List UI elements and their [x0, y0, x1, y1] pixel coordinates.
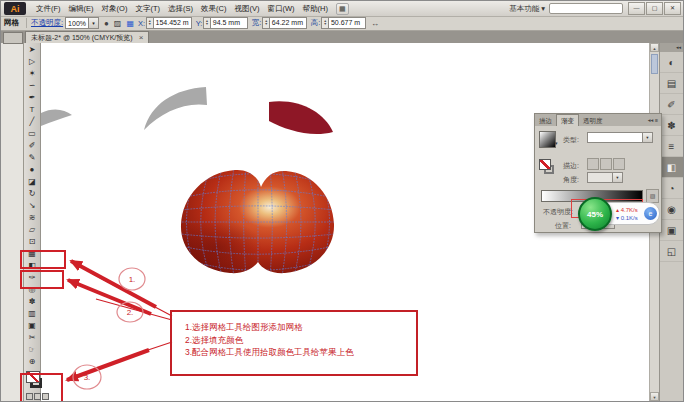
tool-slice[interactable]: ✂: [24, 331, 40, 343]
dock-item-symbols[interactable]: ✽: [660, 115, 683, 136]
menu-窗口[interactable]: 窗口(W): [263, 1, 298, 16]
tool-scale[interactable]: ↘: [24, 199, 40, 211]
tool-magic-wand[interactable]: ✶: [24, 67, 40, 79]
dock-item-stroke[interactable]: ≡: [660, 136, 683, 157]
tool-zoom[interactable]: ⊕: [24, 355, 40, 367]
recolor-artwork-icon[interactable]: ●: [104, 19, 109, 28]
dock-item-color[interactable]: ◐: [660, 52, 683, 73]
tool-shape-builder[interactable]: ⊡: [24, 235, 40, 247]
spinner-icon[interactable]: ▲▼: [146, 17, 153, 29]
chevron-down-icon[interactable]: ▾: [555, 140, 558, 146]
opacity-link[interactable]: 不透明度:: [31, 18, 63, 28]
stroke-within-button[interactable]: [587, 158, 599, 170]
panel-menu-icon[interactable]: ◂◂ ≡: [645, 115, 661, 126]
scroll-down-icon[interactable]: ▼: [650, 392, 659, 401]
gradient-type-select[interactable]: ▾: [587, 132, 653, 143]
tool-paintbrush[interactable]: ✐: [24, 139, 40, 151]
reverse-gradient-icon[interactable]: ▨: [646, 189, 659, 203]
angle-field[interactable]: ▾: [587, 172, 623, 183]
chevron-down-icon[interactable]: ▾: [612, 173, 622, 182]
tool-column-graph[interactable]: ▥: [24, 307, 40, 319]
dock-item-transparency[interactable]: ◔: [660, 178, 683, 199]
speed-ball[interactable]: 45%: [578, 197, 612, 231]
dock-collapse-icon[interactable]: ◂◂: [660, 43, 683, 52]
stroke-along-button[interactable]: [600, 158, 612, 170]
tool-free-transform[interactable]: ▱: [24, 223, 40, 235]
spinner-icon[interactable]: ▲▼: [262, 17, 269, 29]
transform-field-value-3[interactable]: 50.677 m: [329, 17, 366, 29]
tool-line-segment[interactable]: ╱: [24, 115, 40, 127]
tool-direct-selection[interactable]: ▷: [24, 55, 40, 67]
tool-rectangle[interactable]: ▭: [24, 127, 40, 139]
tool-width[interactable]: ≋: [24, 211, 40, 223]
gradient-fill-stroke-proxy[interactable]: [539, 159, 555, 175]
menu-视图[interactable]: 视图(V): [230, 1, 263, 16]
menu-帮助[interactable]: 帮助(H): [299, 1, 332, 16]
tool-eraser[interactable]: ◪: [24, 175, 40, 187]
minimize-button[interactable]: —: [628, 2, 645, 15]
tool-lasso[interactable]: ∽: [24, 79, 40, 91]
close-button[interactable]: ✕: [664, 2, 681, 15]
tool-blend-icon: ◎: [29, 285, 36, 294]
menu-对象[interactable]: 对象(O): [98, 1, 132, 16]
menu-选择[interactable]: 选择(S): [164, 1, 197, 16]
gradient-thumbnail[interactable]: [539, 131, 556, 148]
dock-item-layers[interactable]: ◱: [660, 241, 683, 262]
graphic-style-icon[interactable]: ▨: [114, 19, 122, 28]
menu-文字[interactable]: 文字(T): [131, 1, 164, 16]
tool-pencil[interactable]: ✎: [24, 151, 40, 163]
menu-文件[interactable]: 文件(F): [32, 1, 65, 16]
none-mode-button[interactable]: [42, 393, 49, 400]
transform-field-value-0[interactable]: 154.452 m: [154, 17, 192, 29]
maximize-button[interactable]: ▢: [646, 2, 663, 15]
opacity-combo[interactable]: 100% ▾: [65, 17, 99, 29]
scrollbar-thumb[interactable]: [651, 54, 658, 74]
tool-mesh[interactable]: ▦: [24, 247, 40, 259]
tool-rotate[interactable]: ↻: [24, 187, 40, 199]
stroke-across-button[interactable]: [613, 158, 625, 170]
tool-artboard[interactable]: ▣: [24, 319, 40, 331]
chevron-down-icon[interactable]: ▾: [642, 133, 652, 142]
fill-none-proxy[interactable]: [539, 159, 551, 170]
document-tab[interactable]: 未标题-2* @ 150% (CMYK/预览) ×: [25, 31, 149, 43]
scroll-up-icon[interactable]: ▲: [650, 43, 659, 52]
workspace-switcher[interactable]: 基本功能 ▾: [509, 4, 545, 14]
tool-symbol-sprayer[interactable]: ✽: [24, 295, 40, 307]
tab-transparency[interactable]: 透明度: [579, 115, 607, 126]
left-gutter: [1, 43, 23, 401]
dock-item-gradient[interactable]: ◧: [660, 157, 683, 178]
tab-gradient[interactable]: 渐变: [556, 114, 579, 126]
transform-grid-icon[interactable]: ▦: [126, 19, 134, 28]
tool-gradient[interactable]: ◧: [24, 259, 40, 271]
gradient-mode-button[interactable]: [34, 393, 41, 400]
close-tab-icon[interactable]: ×: [139, 33, 144, 42]
arrange-documents-icon[interactable]: ▦: [336, 3, 349, 15]
tool-blob-brush[interactable]: ●: [24, 163, 40, 175]
tool-selection[interactable]: ➤: [24, 43, 40, 55]
fill-swatch[interactable]: [26, 371, 40, 383]
transform-field-value-1[interactable]: 94.5 mm: [211, 17, 248, 29]
tool-free-transform-icon: ▱: [29, 225, 35, 234]
spinner-icon[interactable]: ▲▼: [203, 17, 210, 29]
speed-app-icon[interactable]: e: [644, 207, 657, 220]
spinner-icon[interactable]: ▲▼: [321, 17, 328, 29]
chevron-down-icon[interactable]: ▾: [88, 18, 98, 28]
search-input[interactable]: [549, 3, 623, 14]
dock-item-swatches[interactable]: ▤: [660, 73, 683, 94]
dock-item-brushes[interactable]: ✐: [660, 94, 683, 115]
tool-blend[interactable]: ◎: [24, 283, 40, 295]
tool-eyedropper[interactable]: ✑: [24, 271, 40, 283]
transform-field-value-2[interactable]: 64.22 mm: [270, 17, 307, 29]
menu-效果[interactable]: 效果(C): [197, 1, 230, 16]
menu-编辑[interactable]: 编辑(E): [65, 1, 98, 16]
tab-group-button[interactable]: [3, 32, 23, 44]
constrain-proportions-icon[interactable]: ↔: [371, 19, 379, 28]
dock-item-graphic-styles[interactable]: ▣: [660, 220, 683, 241]
tool-hand[interactable]: ☞: [24, 343, 40, 355]
tool-type[interactable]: T: [24, 103, 40, 115]
color-mode-button[interactable]: [26, 393, 33, 400]
tool-pen[interactable]: ✒: [24, 91, 40, 103]
tab-stroke[interactable]: 描边: [535, 115, 556, 126]
dock-item-appearance[interactable]: ◉: [660, 199, 683, 220]
control-bar: 网格 不透明度: 100% ▾ ● ▨ ▦ X:▲▼154.452 mY:▲▼9…: [1, 16, 683, 31]
